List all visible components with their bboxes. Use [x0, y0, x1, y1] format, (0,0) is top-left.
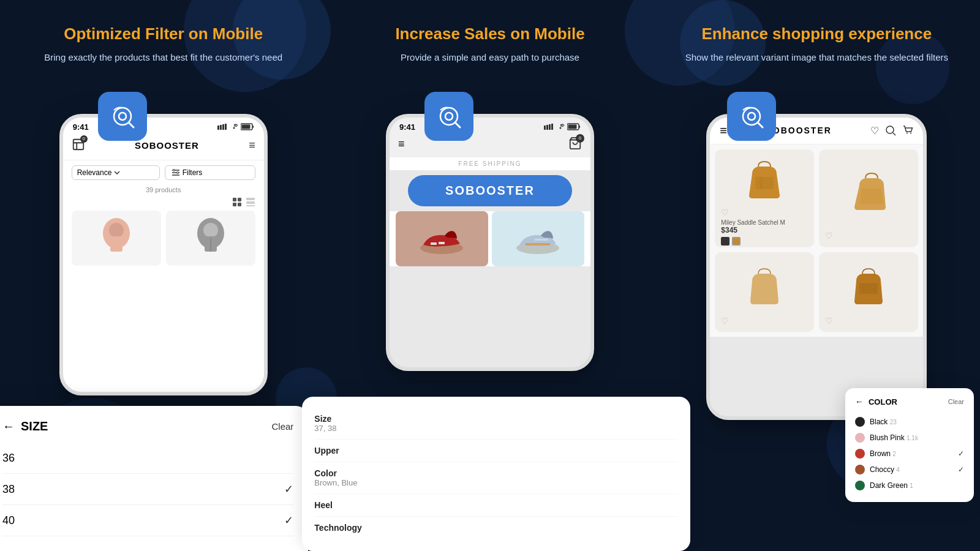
- view-toggle[interactable]: [63, 197, 264, 211]
- check-choccy: ✓: [958, 465, 964, 474]
- svg-point-16: [176, 171, 178, 173]
- attr-heel: Heel: [314, 494, 677, 517]
- svg-rect-3: [217, 126, 219, 130]
- color-item-blush[interactable]: Blush Pink 1.1k: [855, 430, 964, 446]
- status-bar-1: 9:41: [63, 118, 264, 134]
- svg-rect-9: [241, 125, 250, 129]
- svg-rect-56: [755, 177, 774, 189]
- svg-line-53: [893, 133, 895, 135]
- svg-point-38: [559, 127, 561, 129]
- color-item-darkgreen[interactable]: Dark Green 1: [855, 478, 964, 493]
- cart-icon-3[interactable]: [902, 125, 913, 136]
- color-item-brown[interactable]: Brown 2 ✓: [855, 446, 964, 462]
- bag-card-1[interactable]: ♡ Miley Saddle Satchel M $345: [715, 149, 814, 247]
- phone-1: 9:41 0 SOBOOSTER ≡: [59, 114, 268, 395]
- svg-rect-48: [526, 243, 550, 246]
- swatch-brown[interactable]: [732, 237, 741, 246]
- svg-rect-41: [579, 126, 580, 128]
- heart-product-3[interactable]: ♡: [721, 316, 808, 326]
- color-clear-button[interactable]: Clear: [948, 398, 964, 405]
- product-card-1[interactable]: [72, 211, 161, 266]
- svg-rect-20: [238, 203, 241, 206]
- svg-point-32: [445, 113, 453, 120]
- product-detail-panel: Size 37, 38 Upper Color Brown, Blue Heel…: [302, 397, 690, 551]
- svg-line-33: [455, 122, 460, 127]
- app-icon-3: [727, 92, 776, 141]
- color-dot-black: [855, 417, 865, 427]
- time-1: 9:41: [73, 122, 89, 132]
- back-arrow-size[interactable]: ←: [2, 419, 15, 433]
- attr-upper: Upper: [314, 440, 677, 462]
- size-clear-button[interactable]: Clear: [271, 421, 293, 432]
- svg-rect-5: [222, 124, 224, 130]
- check-brown: ✓: [958, 449, 964, 458]
- svg-point-52: [886, 126, 894, 133]
- svg-rect-6: [225, 124, 227, 130]
- cart-icon-2[interactable]: 0: [568, 137, 582, 152]
- color-panel-title: COLOR: [869, 397, 897, 407]
- size-item-36[interactable]: 36: [2, 443, 293, 474]
- svg-rect-34: [544, 126, 546, 130]
- color-dot-blush: [855, 433, 865, 443]
- app-icon-1: [98, 92, 147, 141]
- attr-size: Size 37, 38: [314, 408, 677, 440]
- color-dot-brown: [855, 449, 865, 459]
- color-swatches-1: [721, 237, 808, 246]
- color-item-choccy[interactable]: Choccy 4 ✓: [855, 462, 964, 478]
- color-dot-darkgreen: [855, 481, 865, 490]
- status-icons-2: [544, 123, 581, 130]
- svg-point-25: [109, 223, 124, 238]
- svg-rect-4: [220, 125, 222, 130]
- svg-rect-10: [252, 126, 254, 128]
- swatch-black[interactable]: [721, 237, 729, 246]
- svg-rect-58: [859, 283, 878, 294]
- heart-product-1[interactable]: ♡: [721, 208, 729, 217]
- heart-icon-3[interactable]: ♡: [870, 125, 879, 137]
- size-filter-panel: ← SIZE Clear 36 38 ✓ 40 ✓: [0, 406, 308, 551]
- size-panel-title: ← SIZE: [2, 419, 48, 433]
- product-card-2[interactable]: [166, 211, 255, 266]
- col1-title: Optimized Filter on Mobile: [51, 24, 275, 43]
- shoe-blue[interactable]: [492, 211, 584, 266]
- size-panel-header: ← SIZE Clear: [2, 419, 293, 433]
- status-icons-1: [217, 123, 254, 130]
- svg-rect-45: [439, 242, 445, 244]
- attr-technology: Technology: [314, 517, 677, 539]
- search-icon-3[interactable]: [885, 125, 896, 136]
- bag-card-4[interactable]: ♡: [819, 252, 918, 332]
- color-filter-panel: ← COLOR Clear Black 23 Blush Pink 1.1k: [845, 388, 974, 502]
- products-grid: [63, 211, 264, 272]
- svg-point-50: [748, 113, 755, 120]
- bag-card-3[interactable]: ♡: [715, 252, 814, 332]
- svg-point-28: [203, 223, 218, 238]
- svg-rect-44: [431, 242, 437, 245]
- sobooster-logo-pill: SOBOOSTER: [408, 175, 572, 206]
- color-panel-header: ← COLOR Clear: [855, 397, 964, 407]
- phone2-top-bar: ≡ 0: [390, 134, 590, 157]
- menu-icon-1[interactable]: ≡: [249, 139, 255, 152]
- app-icon-2: [424, 92, 473, 141]
- relevance-dropdown[interactable]: Relevance: [72, 165, 160, 180]
- size-item-38[interactable]: 38 ✓: [2, 474, 293, 505]
- free-shipping-bar: FREE SHIPPING: [390, 157, 590, 170]
- hamburger-3[interactable]: ≡: [720, 124, 727, 138]
- bag-card-2[interactable]: ♡: [819, 149, 918, 247]
- phone3-icons: ♡: [870, 125, 913, 137]
- bags-grid: ♡ Miley Saddle Satchel M $345: [710, 144, 923, 337]
- svg-line-2: [129, 122, 134, 127]
- size-item-40[interactable]: 40 ✓: [2, 505, 293, 536]
- back-arrow-color[interactable]: ←: [855, 397, 864, 407]
- sobooster-logo-text: SOBOOSTER: [445, 184, 535, 197]
- svg-rect-17: [233, 198, 236, 201]
- hamburger-2[interactable]: ≡: [398, 138, 405, 151]
- col1-desc: Bring exactly the products that best fit…: [26, 51, 301, 65]
- color-item-black[interactable]: Black 23: [855, 414, 964, 430]
- heart-product-4[interactable]: ♡: [825, 316, 912, 326]
- svg-point-54: [907, 132, 908, 133]
- heart-product-2[interactable]: ♡: [825, 231, 833, 241]
- svg-rect-36: [549, 124, 551, 130]
- filters-button[interactable]: Filters: [165, 165, 255, 180]
- cart-icon-1[interactable]: 0: [72, 138, 85, 154]
- shoe-red[interactable]: [396, 211, 488, 266]
- col2-desc: Provide a simple and easy path to purcha…: [382, 51, 598, 65]
